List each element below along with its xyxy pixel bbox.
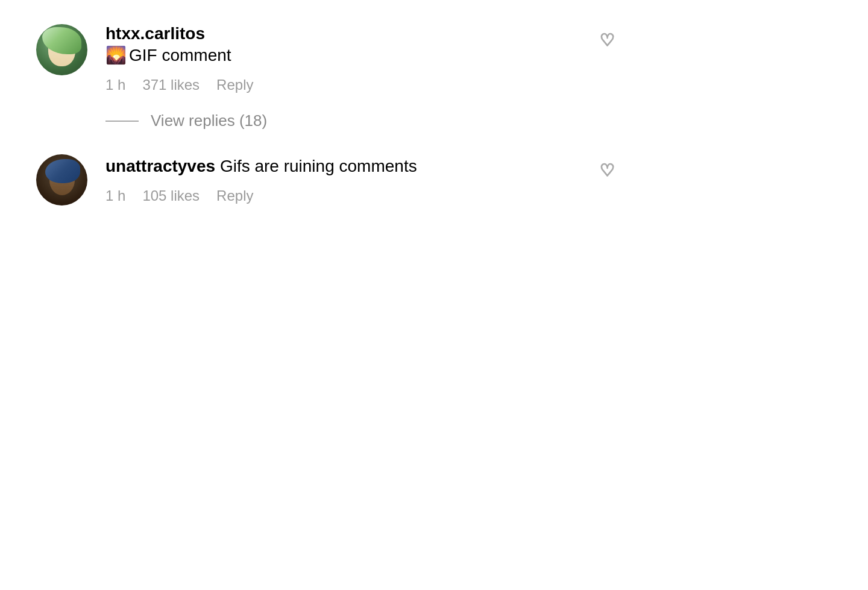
avatar — [36, 24, 87, 75]
view-replies-line — [105, 121, 139, 122]
comment-username: htxx.carlitos — [105, 24, 627, 43]
comment-username-inline: unattractyves — [105, 157, 215, 175]
comment-text-with-username: unattractyves Gifs are ruining comments — [105, 154, 627, 178]
comment-item: htxx.carlitos 🌄GIF comment 1 h 371 likes… — [36, 24, 627, 93]
view-replies-button[interactable]: View replies (18) — [105, 111, 627, 130]
gif-emoji-icon: 🌄 — [105, 46, 127, 64]
comment-content: unattractyves Gifs are ruining comments … — [105, 154, 627, 204]
comment-likes: 371 likes — [142, 77, 200, 93]
comment-text: 🌄GIF comment — [105, 43, 627, 67]
reply-button[interactable]: Reply — [216, 77, 253, 93]
comment-meta: 1 h 105 likes Reply — [105, 187, 627, 204]
comment-meta: 1 h 371 likes Reply — [105, 77, 627, 93]
view-replies-text[interactable]: View replies (18) — [151, 111, 267, 130]
comment-body-text: Gifs are ruining comments — [220, 157, 417, 175]
comments-list: htxx.carlitos 🌄GIF comment 1 h 371 likes… — [0, 0, 663, 248]
comment-content: htxx.carlitos 🌄GIF comment 1 h 371 likes… — [105, 24, 627, 93]
comment-timestamp: 1 h — [105, 187, 125, 204]
avatar — [36, 154, 87, 206]
comment-item: unattractyves Gifs are ruining comments … — [36, 154, 627, 206]
comment-likes: 105 likes — [142, 187, 200, 204]
comment-timestamp: 1 h — [105, 77, 125, 93]
like-icon[interactable]: ♡ — [600, 30, 615, 50]
reply-button[interactable]: Reply — [216, 187, 253, 204]
like-icon[interactable]: ♡ — [600, 160, 615, 180]
